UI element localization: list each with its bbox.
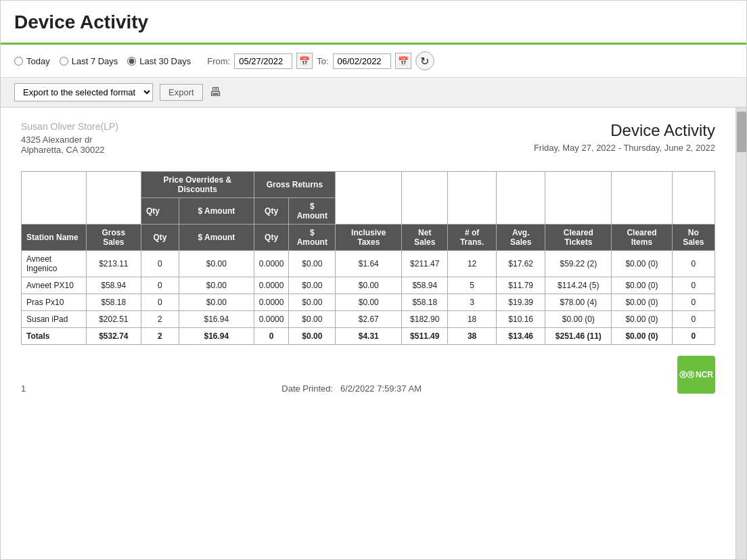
cell-po-qty: 0 (141, 277, 179, 294)
scrollbar[interactable] (735, 108, 746, 559)
cell-gr-qty: 0.0000 (254, 294, 289, 311)
report-title-text: Device Activity (534, 121, 715, 140)
last7-label: Last 7 Days (72, 56, 118, 66)
cell-gross-sales: $58.94 (86, 277, 141, 294)
cell-gr-amount: $0.00 (289, 251, 336, 277)
th-po-qty: Qty (141, 198, 179, 225)
th-net-sales: Net Sales (402, 225, 448, 251)
date-range-section: From: 📅 To: 📅 ↻ (207, 51, 434, 70)
cell-cleared-items: $0.00 (0) (612, 251, 672, 277)
totals-cleared-items: $0.00 (0) (612, 328, 672, 345)
refresh-icon[interactable]: ↻ (415, 51, 434, 70)
export-format-select[interactable]: Export to the selected format (14, 83, 153, 101)
date-filter-group: Today Last 7 Days Last 30 Days (14, 56, 191, 66)
totals-cleared-tickets: $251.46 (11) (545, 328, 612, 345)
cell-po-amount: $0.00 (179, 251, 254, 277)
cell-incl-taxes: $2.67 (336, 311, 402, 328)
th-price-overrides: Price Overrides & Discounts (141, 172, 254, 198)
cell-num-trans: 12 (448, 251, 497, 277)
cell-gr-amount: $0.00 (289, 311, 336, 328)
last30-label: Last 30 Days (139, 56, 191, 66)
device-activity-table: Price Overrides & Discounts Gross Return… (21, 171, 715, 345)
report-date-range: Friday, May 27, 2022 - Thursday, June 2,… (534, 143, 715, 153)
th-gross-returns: Gross Returns (254, 172, 335, 198)
to-calendar-icon[interactable]: 📅 (395, 53, 411, 69)
cell-station: Susan iPad (22, 311, 87, 328)
last7-radio-input[interactable] (60, 57, 68, 66)
th-empty1 (336, 172, 402, 225)
cell-station: Avneet PX10 (22, 277, 87, 294)
th-empty5 (545, 172, 612, 225)
cell-gr-qty: 0.0000 (254, 251, 289, 277)
totals-gr-amount: $0.00 (289, 328, 336, 345)
cell-gross-sales: $58.18 (86, 294, 141, 311)
totals-incl-taxes: $4.31 (336, 328, 402, 345)
table-row: Susan iPad $202.51 2 $16.94 0.0000 $0.00… (22, 311, 715, 328)
cell-num-trans: 18 (448, 311, 497, 328)
cell-incl-taxes: $1.64 (336, 251, 402, 277)
table-row: Avneet PX10 $58.94 0 $0.00 0.0000 $0.00 … (22, 277, 715, 294)
cell-cleared-tickets: $78.00 (4) (545, 294, 612, 311)
cell-avg-sales: $11.79 (497, 277, 545, 294)
from-date-input[interactable] (234, 53, 292, 69)
filter-bar: Today Last 7 Days Last 30 Days From: 📅 T… (1, 45, 746, 78)
report-content: Susan Oliver Store(LP) 4325 Alexander dr… (1, 108, 735, 414)
cell-gross-sales: $213.11 (86, 251, 141, 277)
cell-gr-qty: 0.0000 (254, 277, 289, 294)
last30-radio[interactable]: Last 30 Days (127, 56, 191, 66)
date-printed-label: Date Printed: (281, 383, 333, 394)
page-number: 1 (21, 383, 26, 394)
totals-row: Totals $532.74 2 $16.94 0 $0.00 $4.31 $5… (22, 328, 715, 345)
th-no-sales: No Sales (672, 225, 715, 251)
th-empty4 (497, 172, 545, 225)
print-icon[interactable]: 🖶 (210, 85, 222, 99)
from-calendar-icon[interactable]: 📅 (296, 53, 313, 69)
cell-gr-amount: $0.00 (289, 277, 336, 294)
report-title-section: Device Activity Friday, May 27, 2022 - T… (534, 121, 715, 153)
cell-net-sales: $211.47 (402, 251, 448, 277)
th-gr-qty: Qty (254, 198, 289, 225)
cell-net-sales: $58.94 (402, 277, 448, 294)
company-info: Susan Oliver Store(LP) 4325 Alexander dr… (21, 121, 118, 155)
cell-po-amount: $16.94 (179, 311, 254, 328)
cell-po-qty: 2 (141, 311, 179, 328)
report-header: Susan Oliver Store(LP) 4325 Alexander dr… (21, 121, 715, 155)
address2: Alpharetta, CA 30022 (21, 145, 118, 155)
th-amount1: $ Amount (179, 225, 254, 251)
th-empty6 (612, 172, 672, 225)
cell-po-amount: $0.00 (179, 277, 254, 294)
th-empty2 (402, 172, 448, 225)
last30-radio-input[interactable] (127, 57, 136, 66)
th-gross-sales: Gross Sales (86, 225, 141, 251)
ncr-text: NCR (696, 370, 713, 379)
cell-no-sales: 0 (672, 251, 715, 277)
address1: 4325 Alexander dr (21, 135, 118, 145)
cell-no-sales: 0 (672, 294, 715, 311)
cell-cleared-tickets: $114.24 (5) (545, 277, 612, 294)
export-button[interactable]: Export (160, 84, 203, 101)
cell-incl-taxes: $0.00 (336, 294, 402, 311)
th-empty3 (448, 172, 497, 225)
cell-station: Pras Px10 (22, 294, 87, 311)
page-title: Device Activity (14, 11, 733, 33)
today-radio-input[interactable] (14, 57, 23, 66)
cell-cleared-tickets: $59.22 (2) (545, 251, 612, 277)
cell-po-qty: 0 (141, 251, 179, 277)
scroll-thumb[interactable] (737, 112, 746, 152)
cell-cleared-items: $0.00 (0) (612, 294, 672, 311)
cell-po-qty: 0 (141, 294, 179, 311)
to-date-input[interactable] (333, 53, 391, 69)
cell-num-trans: 3 (448, 294, 497, 311)
cell-avg-sales: $17.62 (497, 251, 545, 277)
cell-num-trans: 5 (448, 277, 497, 294)
cell-cleared-items: $0.00 (0) (612, 277, 672, 294)
page-header: Device Activity (1, 1, 746, 45)
th-cleared-items: Cleared Items (612, 225, 672, 251)
th-qty2: Qty (254, 225, 289, 251)
th-empty7 (672, 172, 715, 225)
from-label: From: (207, 56, 230, 66)
today-radio[interactable]: Today (14, 56, 50, 66)
th-num-trans: # of Trans. (448, 225, 497, 251)
totals-num-trans: 38 (448, 328, 497, 345)
last7-radio[interactable]: Last 7 Days (60, 56, 118, 66)
